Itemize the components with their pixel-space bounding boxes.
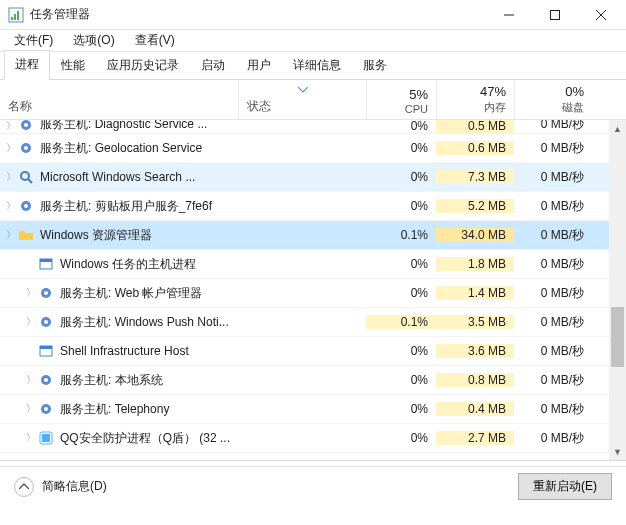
cpu-value: 0% (366, 120, 436, 133)
svg-point-9 (24, 123, 28, 127)
expand-icon[interactable]: 〉 (4, 120, 18, 133)
fewer-details-toggle[interactable]: 简略信息(D) (14, 477, 518, 497)
disk-value: 0 MB/秒 (514, 430, 592, 447)
expand-icon[interactable]: 〉 (24, 373, 38, 387)
cpu-value: 0% (366, 286, 436, 300)
svg-rect-29 (42, 434, 50, 442)
cpu-value: 0% (366, 431, 436, 445)
tab-strip: 进程 性能 应用历史记录 启动 用户 详细信息 服务 (0, 52, 626, 80)
svg-rect-23 (40, 346, 52, 349)
process-row[interactable]: 〉Microsoft Windows Search ...0%7.3 MB0 M… (0, 163, 626, 192)
process-name: 服务主机: 剪贴板用户服务_7fe6f (40, 198, 212, 215)
cpu-value: 0% (366, 199, 436, 213)
gear-icon (18, 120, 34, 133)
expand-icon[interactable]: 〉 (24, 315, 38, 329)
memory-value: 0.6 MB (436, 141, 514, 155)
tab-performance[interactable]: 性能 (50, 51, 96, 80)
process-row[interactable]: 〉服务主机: Diagnostic Service ...0%0.5 MB0 M… (0, 120, 626, 134)
memory-value: 7.3 MB (436, 170, 514, 184)
svg-rect-3 (17, 11, 19, 20)
process-row[interactable]: 〉Windows 资源管理器0.1%34.0 MB0 MB/秒 (0, 221, 626, 250)
expand-icon[interactable]: 〉 (4, 141, 18, 155)
menu-bar: 文件(F) 选项(O) 查看(V) (0, 30, 626, 52)
memory-value: 2.7 MB (436, 431, 514, 445)
svg-point-21 (44, 320, 48, 324)
cpu-value: 0% (366, 141, 436, 155)
process-row[interactable]: 〉QQ安全防护进程（Q盾） (32 ...0%2.7 MB0 MB/秒 (0, 424, 626, 453)
process-row[interactable]: 〉服务主机: 剪贴板用户服务_7fe6f0%5.2 MB0 MB/秒 (0, 192, 626, 221)
restart-button[interactable]: 重新启动(E) (518, 473, 612, 500)
disk-value: 0 MB/秒 (514, 401, 592, 418)
disk-value: 0 MB/秒 (514, 198, 592, 215)
tab-services[interactable]: 服务 (352, 51, 398, 80)
column-disk[interactable]: 0%磁盘 (514, 80, 592, 119)
tab-processes[interactable]: 进程 (4, 50, 50, 80)
expand-icon[interactable]: 〉 (4, 170, 18, 184)
fewer-details-label: 简略信息(D) (42, 478, 107, 495)
tab-details[interactable]: 详细信息 (282, 51, 352, 80)
process-row[interactable]: 〉服务主机: 本地系统0%0.8 MB0 MB/秒 (0, 366, 626, 395)
expand-icon[interactable]: 〉 (4, 228, 18, 242)
scroll-down-icon[interactable]: ▼ (609, 443, 626, 460)
svg-rect-17 (40, 259, 52, 262)
process-name: 服务主机: Windows Push Noti... (60, 314, 229, 331)
gear-icon (38, 401, 54, 417)
expand-icon[interactable]: 〉 (24, 431, 38, 445)
window-title: 任务管理器 (30, 6, 486, 23)
cpu-value: 0.1% (366, 228, 436, 242)
expand-icon[interactable]: 〉 (4, 199, 18, 213)
disk-value: 0 MB/秒 (514, 372, 592, 389)
app-icon (8, 7, 24, 23)
gear-icon (38, 372, 54, 388)
tab-users[interactable]: 用户 (236, 51, 282, 80)
cpu-value: 0% (366, 373, 436, 387)
svg-point-12 (21, 172, 29, 180)
process-name: Windows 资源管理器 (40, 227, 152, 244)
disk-value: 0 MB/秒 (514, 169, 592, 186)
process-name: Microsoft Windows Search ... (40, 170, 195, 184)
process-name: 服务主机: Telephony (60, 401, 169, 418)
menu-file[interactable]: 文件(F) (6, 30, 61, 51)
gear-icon (18, 198, 34, 214)
scroll-up-icon[interactable]: ▲ (609, 120, 626, 137)
maximize-button[interactable] (532, 0, 578, 29)
scroll-track[interactable] (609, 137, 626, 443)
process-row[interactable]: 〉服务主机: Windows Push Noti...0.1%3.5 MB0 M… (0, 308, 626, 337)
menu-view[interactable]: 查看(V) (127, 30, 183, 51)
gear-icon (38, 285, 54, 301)
process-list: 〉服务主机: Diagnostic Service ...0%0.5 MB0 M… (0, 120, 626, 460)
process-row[interactable]: 〉服务主机: Telephony0%0.4 MB0 MB/秒 (0, 395, 626, 424)
window-icon (38, 256, 54, 272)
cpu-value: 0% (366, 344, 436, 358)
gear-icon (18, 140, 34, 156)
disk-value: 0 MB/秒 (514, 343, 592, 360)
memory-value: 3.5 MB (436, 315, 514, 329)
process-row[interactable]: 〉服务主机: Web 帐户管理器0%1.4 MB0 MB/秒 (0, 279, 626, 308)
process-row[interactable]: Shell Infrastructure Host0%3.6 MB0 MB/秒 (0, 337, 626, 366)
scroll-thumb[interactable] (611, 307, 624, 367)
column-status[interactable]: 状态 (238, 80, 366, 119)
disk-value: 0 MB/秒 (514, 140, 592, 157)
tab-app-history[interactable]: 应用历史记录 (96, 51, 190, 80)
memory-value: 5.2 MB (436, 199, 514, 213)
vertical-scrollbar[interactable]: ▲ ▼ (609, 120, 626, 460)
svg-point-27 (44, 407, 48, 411)
column-cpu[interactable]: 5%CPU (366, 80, 436, 119)
svg-line-13 (28, 179, 32, 183)
process-row[interactable]: Windows 任务的主机进程0%1.8 MB0 MB/秒 (0, 250, 626, 279)
tab-startup[interactable]: 启动 (190, 51, 236, 80)
disk-value: 0 MB/秒 (514, 256, 592, 273)
column-memory[interactable]: 47%内存 (436, 80, 514, 119)
expand-icon[interactable]: 〉 (24, 402, 38, 416)
cpu-value: 0% (366, 402, 436, 416)
menu-options[interactable]: 选项(O) (65, 30, 122, 51)
process-name: QQ安全防护进程（Q盾） (32 ... (60, 430, 230, 447)
column-name[interactable]: 名称 (0, 80, 238, 119)
process-row[interactable]: 〉服务主机: Geolocation Service0%0.6 MB0 MB/秒 (0, 134, 626, 163)
close-button[interactable] (578, 0, 624, 29)
minimize-button[interactable] (486, 0, 532, 29)
process-name: 服务主机: Geolocation Service (40, 140, 202, 157)
memory-value: 0.8 MB (436, 373, 514, 387)
search-icon (18, 169, 34, 185)
expand-icon[interactable]: 〉 (24, 286, 38, 300)
